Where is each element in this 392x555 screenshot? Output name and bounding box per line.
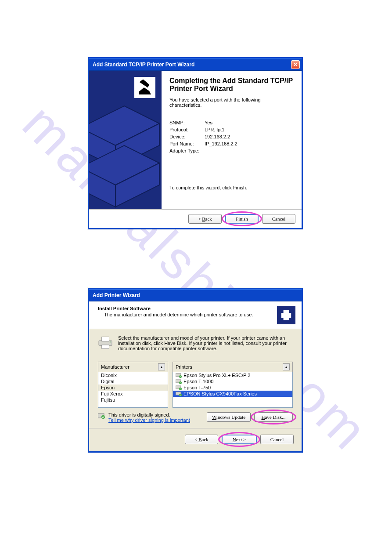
portname-value: IP_192.168.2.2 <box>205 140 237 147</box>
svg-rect-8 <box>284 310 289 314</box>
adapter-value <box>205 147 237 154</box>
back-button[interactable]: < Back <box>188 214 222 224</box>
wizard-sidebar-graphic <box>89 71 162 209</box>
svg-point-23 <box>101 415 105 419</box>
manufacturer-item[interactable]: Digital <box>98 378 168 385</box>
instruction-block: Select the manufacturer and model of you… <box>98 335 293 351</box>
scroll-up-icon[interactable]: ▲ <box>283 363 290 370</box>
header-title: Install Printer Software <box>98 306 273 311</box>
device-label: Device: <box>169 133 205 140</box>
manufacturer-item[interactable]: Fuji Xerox <box>98 391 168 397</box>
printers-listbox[interactable]: Epson Stylus Pro XL+ ESC/P 2Epson T-1000… <box>173 372 293 408</box>
back-button[interactable]: < Back <box>185 435 218 444</box>
svg-rect-9 <box>284 317 289 320</box>
stamp-icon <box>134 77 155 98</box>
wizard-button-row: < Back Next > Cancel <box>89 428 302 451</box>
header-subtitle: The manufacturer and model determine whi… <box>98 312 273 317</box>
manufacturer-item[interactable]: Epson <box>98 385 168 391</box>
sidebar-shapes <box>89 102 162 209</box>
printers-column: Printers ▲ Epson Stylus Pro XL+ ESC/P 2E… <box>173 362 293 408</box>
printer-header-icon <box>277 306 295 324</box>
protocol-label: Protocol: <box>169 126 205 133</box>
snmp-label: SNMP: <box>169 119 205 126</box>
titlebar[interactable]: Add Standard TCP/IP Printer Port Wizard … <box>89 58 302 71</box>
cancel-button[interactable]: Cancel <box>262 214 295 224</box>
have-disk-button[interactable]: Have Disk... <box>254 412 293 422</box>
device-value: 192.168.2.2 <box>205 133 237 140</box>
snmp-value: Yes <box>205 119 237 126</box>
svg-rect-12 <box>102 345 109 348</box>
titlebar[interactable]: Add Printer Wizard <box>89 289 302 301</box>
close-button[interactable]: ✕ <box>291 60 300 69</box>
printer-item[interactable]: Epson T-1000 <box>173 378 292 385</box>
portname-label: Port Name: <box>169 140 205 147</box>
printer-item[interactable]: EPSON Stylus CX9400Fax Series <box>173 391 292 397</box>
protocol-value: LPR, lpt1 <box>205 126 237 133</box>
scroll-up-icon[interactable]: ▲ <box>158 363 165 370</box>
printer-item[interactable]: Epson Stylus Pro XL+ ESC/P 2 <box>173 372 292 378</box>
next-button[interactable]: Next > <box>222 435 257 444</box>
close-icon: ✕ <box>293 62 298 68</box>
manufacturer-column: Manufacturer ▲ DiconixDigitalEpsonFuji X… <box>98 362 168 408</box>
dialog-title: Add Standard TCP/IP Printer Port Wizard <box>93 62 194 68</box>
printer-icon <box>98 336 113 349</box>
cancel-button[interactable]: Cancel <box>260 435 294 444</box>
svg-rect-7 <box>281 313 291 318</box>
next-highlight: Next > <box>222 435 257 444</box>
signed-text: This driver is digitally signed. <box>108 412 190 417</box>
port-properties-table: SNMP:Yes Protocol:LPR, lpt1 Device:192.1… <box>169 119 237 154</box>
wizard-header: Install Printer Software The manufacture… <box>89 301 302 329</box>
instruction-text: Select the manufacturer and model of you… <box>118 335 293 351</box>
manufacturer-item[interactable]: Diconix <box>98 372 168 378</box>
svg-point-13 <box>110 341 111 343</box>
wizard-description: You have selected a port with the follow… <box>169 97 294 108</box>
manufacturer-header: Manufacturer ▲ <box>98 362 168 372</box>
complete-message: To complete this wizard, click Finish. <box>169 185 294 190</box>
manufacturer-item[interactable]: Fujitsu <box>98 397 168 403</box>
windows-update-button[interactable]: Windows Update <box>207 412 251 422</box>
have-disk-highlight: Have Disk... <box>254 412 293 422</box>
manufacturer-listbox[interactable]: DiconixDigitalEpsonFuji XeroxFujitsu <box>98 372 168 408</box>
add-printer-wizard-dialog: Add Printer Wizard Install Printer Softw… <box>88 288 303 453</box>
wizard-heading: Completing the Add Standard TCP/IP Print… <box>169 77 294 93</box>
wizard-content: Completing the Add Standard TCP/IP Print… <box>162 71 302 209</box>
finish-highlight: Finish <box>225 214 259 224</box>
svg-rect-11 <box>102 337 109 341</box>
dialog-title: Add Printer Wizard <box>93 292 140 298</box>
finish-button[interactable]: Finish <box>225 214 259 224</box>
wizard-button-row: < Back Finish Cancel <box>89 209 302 228</box>
signing-info-link[interactable]: Tell me why driver signing is important <box>108 417 190 423</box>
signed-icon <box>98 413 105 419</box>
tcpip-port-wizard-dialog: Add Standard TCP/IP Printer Port Wizard … <box>88 57 303 229</box>
adapter-label: Adapter Type: <box>169 147 205 154</box>
printer-item[interactable]: Epson T-750 <box>173 385 292 391</box>
printers-header: Printers ▲ <box>173 362 293 372</box>
